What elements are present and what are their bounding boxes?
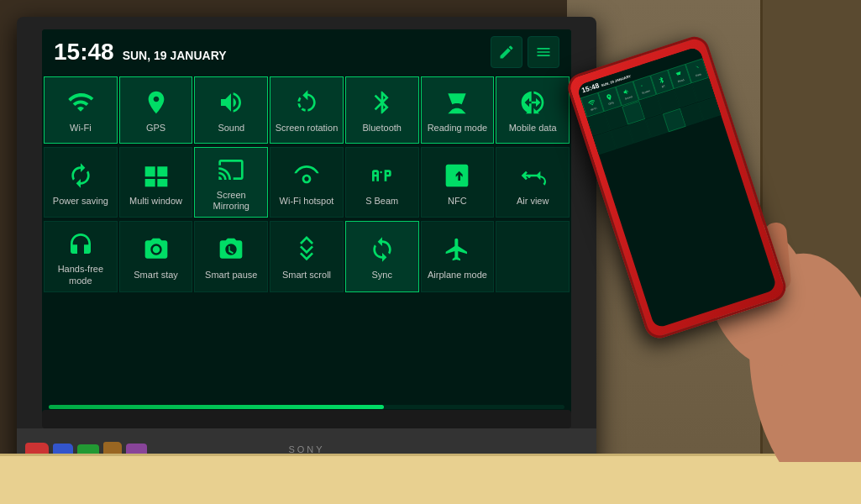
mobile-data-tile[interactable]: Mobile data — [496, 76, 570, 144]
multi-window-icon-wrap — [141, 160, 171, 191]
hands-free-tile[interactable]: Hands-free mode — [44, 221, 118, 291]
nfc-tile[interactable]: NFC — [421, 147, 495, 218]
sync-icon-wrap — [367, 234, 397, 265]
edit-icon — [498, 44, 515, 60]
menu-button[interactable] — [528, 36, 559, 68]
bluetooth-icon — [369, 89, 396, 116]
power-saving-icon-wrap — [66, 160, 96, 191]
airplane-mode-icon — [444, 236, 470, 263]
hands-free-icon — [67, 230, 94, 257]
smart-stay-tile[interactable]: Smart stay — [119, 221, 193, 291]
mobile-data-label: Mobile data — [509, 123, 557, 134]
mobile-data-icon-wrap — [517, 87, 548, 118]
nfc-icon — [444, 162, 470, 189]
bluetooth-icon-wrap — [367, 87, 397, 118]
hands-free-label: Hands-free mode — [48, 264, 113, 286]
airplane-mode-icon-wrap — [442, 234, 472, 265]
time-display: 15:48 SUN, 19 JANUARY — [54, 39, 227, 66]
power-saving-label: Power saving — [53, 196, 108, 207]
wifi-label: Wi-Fi — [70, 123, 92, 134]
empty-tile — [496, 221, 570, 291]
screen-rotation-tile[interactable]: Screen rotation — [270, 76, 344, 144]
sound-icon-wrap — [216, 87, 246, 118]
tv-screen: 15:48 SUN, 19 JANUARY — [42, 29, 571, 416]
menu-icon — [535, 44, 552, 60]
screen-rotation-icon-wrap — [291, 87, 322, 118]
edit-button[interactable] — [491, 36, 522, 68]
power-saving-icon — [67, 162, 94, 189]
smart-stay-label: Smart stay — [134, 270, 178, 281]
air-view-label: Air view — [517, 196, 549, 207]
sound-label: Sound — [218, 123, 244, 134]
gps-icon-wrap — [141, 87, 171, 118]
screen-mirroring-tile[interactable]: Screen Mirroring — [194, 147, 268, 218]
reading-mode-label: Reading mode — [428, 123, 488, 134]
screen-mirroring-label: Screen Mirroring — [198, 190, 264, 212]
wifi-hotspot-label: Wi-Fi hotspot — [280, 196, 334, 207]
screen-rotation-label: Screen rotation — [276, 123, 339, 134]
smart-pause-label: Smart pause — [205, 270, 257, 281]
toy-car-5 — [126, 444, 147, 454]
smart-scroll-label: Smart scroll — [282, 270, 331, 281]
s-beam-tile[interactable]: S Beam — [345, 147, 419, 218]
gps-icon — [143, 89, 170, 116]
shelf-items — [25, 442, 147, 454]
svg-point-0 — [152, 246, 160, 254]
smart-pause-icon-wrap — [216, 234, 246, 265]
airplane-mode-tile[interactable]: Airplane mode — [421, 221, 495, 291]
hands-free-icon-wrap — [66, 228, 96, 259]
s-beam-icon-wrap — [367, 160, 397, 191]
toy-car-4 — [103, 442, 122, 454]
gps-label: GPS — [146, 123, 165, 134]
toy-car-1 — [25, 443, 49, 454]
sync-tile[interactable]: Sync — [345, 221, 419, 291]
sound-icon — [218, 89, 244, 116]
smart-pause-icon — [218, 236, 244, 263]
header-icons — [491, 36, 559, 68]
sync-label: Sync — [371, 270, 391, 281]
smart-pause-tile[interactable]: Smart pause — [194, 221, 268, 291]
smart-stay-icon — [143, 236, 170, 263]
toy-car-3 — [77, 444, 99, 454]
toy-car-2 — [53, 444, 73, 454]
time: 15:48 — [54, 39, 114, 66]
quick-settings-row2: Power saving Multi window Screen M — [42, 145, 571, 219]
smart-scroll-tile[interactable]: Smart scroll — [270, 221, 344, 291]
screen-mirroring-icon — [218, 156, 244, 183]
multi-window-label: Multi window — [129, 196, 182, 207]
soundbar — [42, 410, 571, 428]
quick-settings-row3: Hands-free mode Smart stay — [42, 219, 571, 293]
nfc-icon-wrap — [442, 160, 472, 191]
sync-icon — [369, 236, 396, 263]
screen-mirroring-icon-wrap — [216, 155, 246, 185]
power-saving-tile[interactable]: Power saving — [44, 147, 118, 218]
smart-stay-icon-wrap — [141, 234, 171, 265]
wifi-icon-wrap — [66, 87, 96, 118]
shelf — [0, 454, 861, 504]
screen-header: 15:48 SUN, 19 JANUARY — [42, 29, 571, 75]
nfc-label: NFC — [448, 196, 467, 207]
wifi-icon — [67, 89, 94, 116]
smart-scroll-icon — [293, 236, 320, 263]
quick-settings-row1: Wi-Fi GPS Sound — [42, 75, 571, 145]
wifi-tile[interactable]: Wi-Fi — [44, 76, 118, 144]
reading-mode-icon-wrap — [442, 87, 472, 118]
mobile-data-icon — [519, 89, 546, 116]
wifi-hotspot-icon — [293, 162, 320, 189]
gps-tile[interactable]: GPS — [119, 76, 193, 144]
reading-mode-tile[interactable]: Reading mode — [421, 76, 495, 144]
progress-bar-container — [49, 405, 564, 409]
screen-rotation-icon — [293, 89, 320, 116]
bluetooth-label: Bluetooth — [362, 123, 401, 134]
smart-scroll-icon-wrap — [291, 234, 322, 265]
sound-tile[interactable]: Sound — [194, 76, 268, 144]
bluetooth-tile[interactable]: Bluetooth — [345, 76, 419, 144]
multi-window-tile[interactable]: Multi window — [119, 147, 193, 218]
progress-bar-fill — [49, 405, 384, 409]
air-view-tile[interactable]: Air view — [496, 147, 570, 218]
tv-body: 15:48 SUN, 19 JANUARY — [17, 17, 596, 470]
air-view-icon — [519, 162, 546, 189]
s-beam-icon — [369, 162, 396, 189]
reading-mode-icon — [444, 89, 470, 116]
wifi-hotspot-tile[interactable]: Wi-Fi hotspot — [270, 147, 344, 218]
